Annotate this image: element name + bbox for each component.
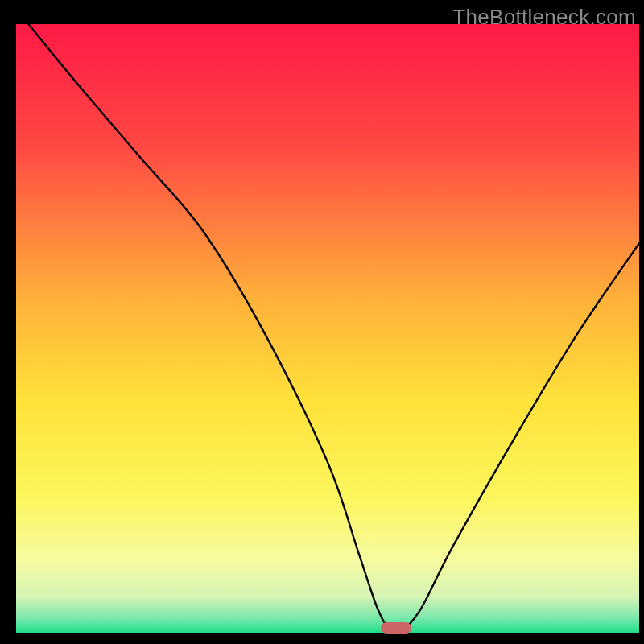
- chart-canvas: [0, 0, 644, 644]
- watermark-text: TheBottleneck.com: [452, 5, 636, 30]
- optimal-point-marker: [381, 622, 411, 634]
- bottleneck-chart: TheBottleneck.com: [0, 0, 644, 644]
- plot-area: [16, 24, 639, 633]
